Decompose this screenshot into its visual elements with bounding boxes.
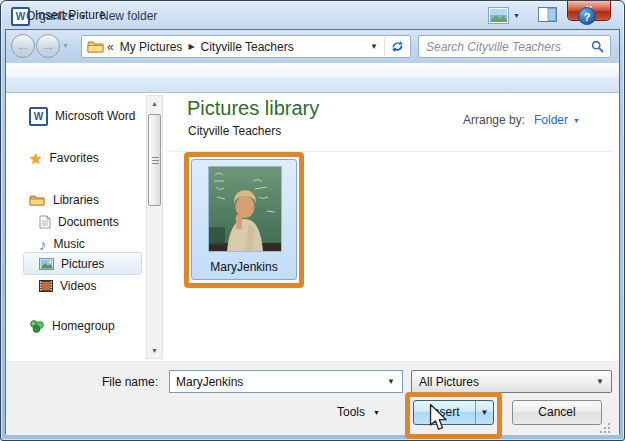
file-name-input[interactable] xyxy=(170,375,380,389)
header-divider xyxy=(166,151,613,152)
resize-grip[interactable] xyxy=(598,420,612,433)
recent-pages-dropdown[interactable]: ▼ xyxy=(62,42,69,49)
cancel-button[interactable]: Cancel xyxy=(512,400,602,425)
command-toolbar xyxy=(6,63,619,93)
chevron-down-icon: ▼ xyxy=(373,409,380,416)
file-type-value: All Pictures xyxy=(412,375,589,389)
breadcrumb-cityville-teachers[interactable]: Cityville Teachers xyxy=(197,40,298,54)
sidebar-item-favorites[interactable]: ★ Favorites xyxy=(29,147,99,169)
back-icon: ← xyxy=(16,38,30,54)
folder-icon xyxy=(82,40,105,54)
scrollbar-thumb[interactable] xyxy=(148,114,161,206)
arrange-by-value: Folder xyxy=(534,113,568,127)
sidebar-item-microsoft-word[interactable]: W Microsoft Word xyxy=(29,105,135,127)
videos-icon xyxy=(39,280,53,292)
change-view-button[interactable]: ▼ xyxy=(488,7,520,24)
sidebar-item-label: Microsoft Word xyxy=(55,109,135,123)
file-item-name: MaryJenkins xyxy=(192,260,296,274)
refresh-icon xyxy=(391,40,404,53)
sidebar-item-documents[interactable]: Documents xyxy=(39,211,119,233)
forward-button[interactable]: → xyxy=(36,34,60,58)
chevron-down-icon: ▼ xyxy=(573,117,580,124)
tools-label: Tools xyxy=(337,405,365,419)
sidebar-item-homegroup[interactable]: Homegroup xyxy=(29,315,115,337)
breadcrumb-separator-icon[interactable]: ▶ xyxy=(186,42,196,51)
back-button[interactable]: ← xyxy=(11,34,35,58)
sidebar-item-label: Favorites xyxy=(49,151,98,165)
insert-dropdown-icon[interactable]: ▼ xyxy=(476,401,493,424)
sidebar-item-videos[interactable]: Videos xyxy=(39,275,96,297)
organize-label: Organize xyxy=(26,9,75,23)
new-folder-label: New folder xyxy=(100,9,157,23)
address-bar[interactable]: « My Pictures ▶ Cityville Teachers ▼ xyxy=(81,35,411,58)
star-icon: ★ xyxy=(29,151,42,166)
new-folder-button[interactable]: New folder xyxy=(93,6,164,26)
library-subtitle: Cityville Teachers xyxy=(188,124,281,138)
sidebar-item-label: Homegroup xyxy=(52,319,115,333)
help-button[interactable]: ? xyxy=(578,7,596,25)
insert-picture-dialog: W Insert Picture x ← → ▼ « My Pictures ▶… xyxy=(0,0,625,441)
sidebar-item-label: Pictures xyxy=(61,257,104,271)
file-item-maryjenkins[interactable]: MaryJenkins xyxy=(191,159,297,280)
scroll-up-icon[interactable]: ▲ xyxy=(147,96,162,111)
libraries-icon xyxy=(29,194,46,207)
sidebar-item-label: Videos xyxy=(60,279,96,293)
help-icon: ? xyxy=(578,7,596,25)
address-dropdown-icon[interactable]: ▼ xyxy=(364,42,384,51)
music-note-icon: ♪ xyxy=(39,237,47,252)
pictures-icon xyxy=(39,258,54,270)
arrange-by-label: Arrange by: xyxy=(463,113,525,127)
file-type-dropdown[interactable]: All Pictures ▼ xyxy=(411,370,612,393)
search-input[interactable] xyxy=(419,40,585,54)
tools-button[interactable]: Tools ▼ xyxy=(331,400,386,424)
word-icon: W xyxy=(29,107,48,126)
search-icon[interactable] xyxy=(585,40,610,53)
breadcrumb-overflow-icon[interactable]: « xyxy=(105,40,116,54)
forward-icon: → xyxy=(41,38,55,54)
chevron-down-icon: ▼ xyxy=(80,13,87,20)
sidebar-item-label: Libraries xyxy=(53,193,99,207)
document-icon xyxy=(39,215,51,229)
sidebar-scrollbar[interactable]: ▲ ▼ xyxy=(146,95,163,359)
scroll-down-icon[interactable]: ▼ xyxy=(147,343,162,358)
file-name-label: File name: xyxy=(102,375,158,389)
refresh-button[interactable] xyxy=(385,40,410,53)
preview-pane-button[interactable] xyxy=(538,7,557,22)
breadcrumb-my-pictures[interactable]: My Pictures xyxy=(116,40,187,54)
homegroup-icon xyxy=(29,319,45,334)
views-icon xyxy=(488,7,509,24)
chevron-down-icon: ▼ xyxy=(513,12,520,19)
sidebar-item-label: Music xyxy=(54,237,85,251)
sidebar-item-libraries[interactable]: Libraries xyxy=(29,189,99,211)
chevron-down-icon[interactable]: ▼ xyxy=(380,377,402,386)
preview-pane-icon xyxy=(538,7,557,22)
library-title: Pictures library xyxy=(187,97,319,120)
sidebar-item-label: Documents xyxy=(58,215,119,229)
sidebar-item-pictures[interactable]: Pictures xyxy=(39,253,104,275)
search-box[interactable] xyxy=(418,35,611,58)
insert-button[interactable]: Insert ▼ xyxy=(413,400,494,425)
chevron-down-icon: ▼ xyxy=(589,377,611,386)
arrange-by-dropdown[interactable]: Folder ▼ xyxy=(534,113,580,127)
file-name-combobox[interactable]: ▼ xyxy=(169,370,403,393)
photo-thumbnail xyxy=(208,166,282,252)
scrollbar-grip xyxy=(152,157,159,158)
organize-button[interactable]: Organize ▼ xyxy=(19,6,94,26)
sidebar-item-music[interactable]: ♪ Music xyxy=(39,233,85,255)
insert-label: Insert xyxy=(414,401,475,424)
